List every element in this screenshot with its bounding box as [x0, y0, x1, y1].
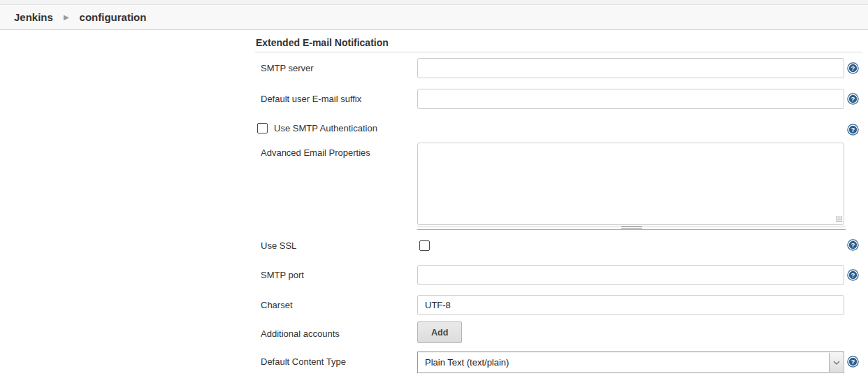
smtp-auth-label: Use SMTP Authentication: [274, 123, 377, 133]
page-top-strip: [0, 0, 868, 5]
chevron-right-icon: ▶: [64, 14, 69, 21]
extended-email-form: Extended E-mail Notification SMTP server…: [255, 30, 862, 373]
textarea-drag-handle[interactable]: [417, 226, 846, 230]
add-account-button[interactable]: Add: [417, 321, 462, 343]
svg-text:?: ?: [851, 64, 855, 72]
svg-text:?: ?: [851, 241, 855, 249]
advanced-props-textarea[interactable]: [417, 143, 844, 225]
charset-label: Charset: [255, 295, 417, 310]
default-content-type-help-icon[interactable]: ?: [847, 356, 859, 368]
advanced-props-label: Advanced Email Properties: [255, 143, 417, 158]
breadcrumb-item-jenkins[interactable]: Jenkins: [14, 11, 53, 23]
chevron-down-icon: [833, 361, 840, 365]
row-default-content-type: Default Content Type Plain Text (text/pl…: [255, 352, 862, 373]
additional-accounts-label: Additional accounts: [255, 321, 417, 339]
row-use-ssl: Use SSL ?: [255, 238, 862, 254]
row-charset: Charset: [255, 295, 862, 315]
row-smtp-auth: Use SMTP Authentication ?: [255, 123, 862, 136]
default-suffix-label: Default user E-mail suffix: [255, 89, 417, 104]
svg-text:?: ?: [851, 126, 855, 133]
svg-text:?: ?: [851, 358, 855, 366]
section-title: Extended E-mail Notification: [255, 30, 862, 52]
row-additional-accounts: Additional accounts Add: [255, 321, 862, 343]
default-suffix-input[interactable]: [417, 89, 844, 109]
default-content-type-select[interactable]: Plain Text (text/plain): [417, 352, 844, 373]
row-smtp-port: SMTP port ?: [255, 265, 862, 285]
row-default-suffix: Default user E-mail suffix ?: [255, 89, 862, 109]
use-ssl-label: Use SSL: [255, 238, 417, 251]
drag-grip-icon: [621, 226, 642, 229]
breadcrumb: Jenkins ▶ configuration: [0, 5, 868, 30]
smtp-port-label: SMTP port: [255, 265, 417, 280]
smtp-port-input[interactable]: [417, 265, 844, 285]
smtp-auth-help-icon[interactable]: ?: [847, 124, 859, 136]
default-content-type-label: Default Content Type: [255, 352, 417, 367]
smtp-auth-checkbox[interactable]: [257, 123, 268, 133]
textarea-resize-grip-icon[interactable]: [836, 216, 842, 222]
svg-text:?: ?: [851, 271, 855, 279]
smtp-port-help-icon[interactable]: ?: [847, 269, 859, 281]
row-smtp-server: SMTP server ?: [255, 58, 862, 78]
use-ssl-checkbox[interactable]: [419, 240, 430, 251]
charset-input[interactable]: [417, 295, 844, 315]
breadcrumb-item-configuration[interactable]: configuration: [80, 11, 147, 23]
smtp-server-help-icon[interactable]: ?: [847, 62, 859, 74]
default-content-type-value: Plain Text (text/plain): [425, 357, 509, 368]
default-suffix-help-icon[interactable]: ?: [847, 93, 859, 105]
use-ssl-help-icon[interactable]: ?: [847, 239, 859, 251]
smtp-server-input[interactable]: [417, 58, 844, 78]
select-dropdown-button[interactable]: [829, 353, 843, 372]
svg-text:?: ?: [851, 95, 855, 103]
row-advanced-props: Advanced Email Properties: [255, 143, 862, 230]
smtp-server-label: SMTP server: [255, 58, 417, 73]
